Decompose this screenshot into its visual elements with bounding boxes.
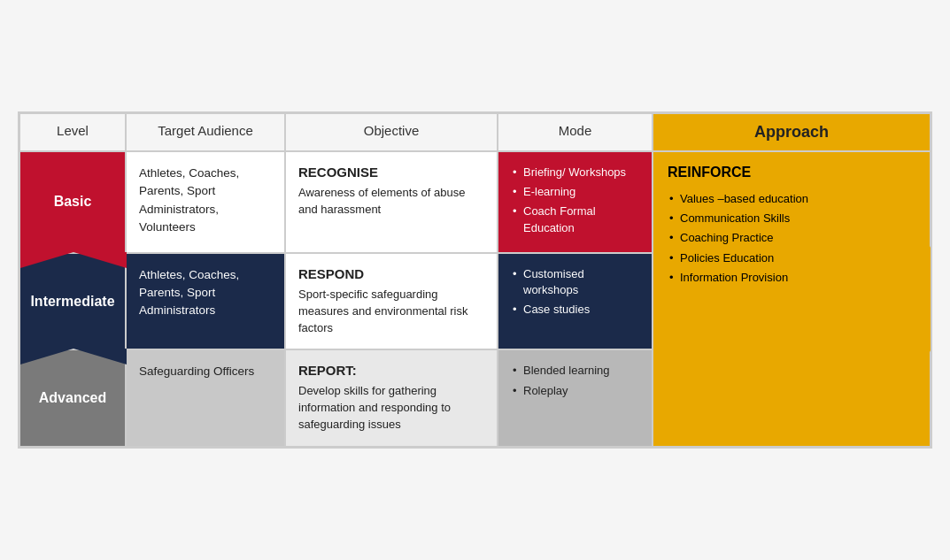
list-item: Policies Education (668, 250, 915, 266)
list-item: Information Provision (668, 270, 915, 286)
list-item: Blended learning (511, 363, 639, 379)
header-mode: Mode (498, 113, 653, 151)
audience-intermediate: Athletes, Coaches, Parents, Sport Admini… (126, 253, 285, 350)
list-item: Coach Formal Education (511, 203, 639, 235)
audience-basic: Athletes, Coaches, Parents, Sport Admini… (126, 151, 285, 253)
approach-list: Values –based education Communication Sk… (668, 191, 915, 286)
header-audience: Target Audience (126, 113, 285, 151)
mode-basic: Briefing/ Workshops E-learning Coach For… (498, 151, 653, 253)
main-table: Level Target Audience Objective Mode App… (18, 111, 932, 449)
header-approach: Approach (653, 113, 931, 151)
mode-inter-list: Customised workshops Case studies (511, 266, 639, 318)
approach-arrow-icon (930, 246, 932, 352)
header-level: Level (19, 113, 126, 151)
level-basic: Basic (19, 151, 126, 253)
objective-basic: RECOGNISE Awareness of elements of abuse… (285, 151, 498, 253)
list-item: Communication Skills (668, 211, 915, 226)
list-item: Briefing/ Workshops (511, 165, 639, 180)
mode-advanced: Blended learning Roleplay (498, 349, 653, 447)
list-item: Roleplay (511, 383, 639, 399)
audience-advanced: Safeguarding Officers (126, 349, 285, 447)
list-item: Coaching Practice (668, 230, 915, 246)
mode-intermediate: Customised workshops Case studies (498, 253, 653, 350)
list-item: E-learning (511, 184, 639, 200)
approach-cell: REINFORCE Values –based education Commun… (653, 151, 931, 447)
mode-adv-list: Blended learning Roleplay (511, 363, 639, 398)
mode-basic-list: Briefing/ Workshops E-learning Coach For… (511, 165, 639, 236)
objective-advanced: REPORT: Develop skills for gathering inf… (285, 349, 498, 447)
list-item: Case studies (511, 302, 639, 318)
list-item: Customised workshops (511, 266, 639, 298)
table-grid: Level Target Audience Objective Mode App… (19, 113, 931, 447)
objective-intermediate: RESPOND Sport-specific safeguarding meas… (285, 253, 498, 350)
header-objective: Objective (285, 113, 498, 151)
list-item: Values –based education (668, 191, 915, 207)
